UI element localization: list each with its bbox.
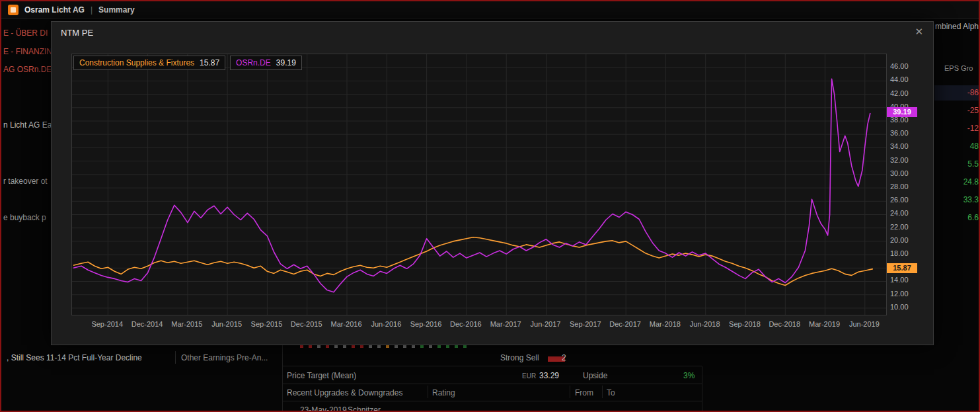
ntm-pe-dialog: NTM PE ✕ Construction Supplies & Fixture… (51, 21, 934, 345)
x-axis-label: Dec-2018 (762, 320, 807, 328)
column-divider (570, 386, 570, 398)
x-axis-label: Jun-2016 (363, 320, 408, 328)
y-axis-label: 36.00 (890, 129, 909, 137)
legend-series-value: 15.87 (200, 58, 219, 67)
x-axis-label: Dec-2016 (443, 320, 488, 328)
legend-item-osrn[interactable]: OSRn.DE 39.19 (230, 56, 302, 70)
last-value-badge: 39.19 (887, 107, 917, 117)
strong-sell-label: Strong Sell (500, 353, 539, 362)
x-axis-label: Sep-2016 (404, 320, 449, 328)
screen: { "titlebar": { "title": "Osram Licht AG… (0, 0, 980, 412)
legend-item-benchmark[interactable]: Construction Supplies & Fixtures 15.87 (73, 56, 225, 70)
news-headline[interactable]: r takeover ot (3, 177, 48, 186)
eps-growth-value: -25 (935, 106, 979, 115)
price-target-label: Price Target (Mean) (287, 371, 356, 380)
x-axis-label: Jun-2015 (204, 320, 249, 328)
link-other-earnings[interactable]: Other Earnings Pre-An... (181, 353, 268, 362)
x-axis-label: Dec-2014 (125, 320, 170, 328)
last-value-badge: 15.87 (887, 263, 917, 273)
x-axis-label: Sep-2018 (722, 320, 767, 328)
tab-combined-alpha[interactable]: mbined Alpha (935, 22, 980, 31)
y-axis-label: 22.00 (890, 223, 909, 231)
x-axis-label: Jun-2018 (683, 320, 728, 328)
title-separator: | (91, 5, 93, 15)
y-axis-label: 12.00 (890, 290, 909, 298)
column-divider (602, 386, 603, 398)
x-axis-label: Mar-2017 (483, 320, 528, 328)
y-axis-label: 32.00 (890, 156, 909, 164)
legend-series-value: 39.19 (276, 58, 296, 67)
y-axis-label: 20.00 (890, 236, 909, 244)
x-axis-label: Sep-2014 (85, 320, 130, 328)
chart-plot-area[interactable] (71, 54, 887, 315)
eps-growth-value: 24.8 (935, 177, 979, 186)
chart-legend: Construction Supplies & Fixtures 15.87 O… (73, 56, 302, 70)
news-headline[interactable]: AG OSRn.DE (3, 65, 52, 74)
upside-label: Upside (583, 371, 607, 380)
chart-region: Construction Supplies & Fixtures 15.87 O… (52, 22, 933, 345)
chart-canvas (72, 54, 886, 315)
x-axis-label: Mar-2018 (642, 320, 687, 328)
y-axis-label: 44.00 (890, 75, 909, 83)
page-title: Summary (98, 5, 135, 15)
x-axis-label: Mar-2015 (165, 320, 209, 328)
y-axis-label: 26.00 (890, 196, 909, 204)
eps-growth-value: -12 (935, 124, 979, 133)
y-axis-label: 46.00 (890, 62, 909, 70)
upside-value: 3% (683, 371, 695, 380)
y-axis-label: 18.00 (890, 249, 909, 257)
news-headline[interactable]: E - ÜBER DI (3, 28, 48, 38)
y-axis-label: 10.00 (890, 303, 909, 311)
upgrades-section-header: Recent Upgrades & Downgrades (287, 388, 402, 397)
price-target-value: 33.29 (539, 371, 559, 380)
strong-sell-count: 2 (562, 353, 566, 362)
window-title: Osram Licht AG (24, 5, 85, 15)
x-axis-label: Sep-2017 (563, 320, 608, 328)
eps-growth-value: 6.6 (935, 213, 979, 222)
column-header-from: From (575, 388, 593, 397)
row-divider (282, 401, 702, 401)
y-axis-label: 24.00 (890, 209, 909, 217)
column-header-rating: Rating (432, 388, 455, 397)
y-axis-label: 34.00 (890, 142, 909, 150)
x-axis-label: Jun-2019 (842, 320, 887, 328)
divider (175, 351, 176, 364)
x-axis-label: Dec-2017 (603, 320, 648, 328)
news-headline[interactable]: e buyback p (3, 213, 46, 222)
x-axis-label: Mar-2019 (802, 320, 847, 328)
x-axis-label: Dec-2015 (284, 320, 329, 328)
legend-series-name: Construction Supplies & Fixtures (79, 58, 194, 67)
eps-growth-column-header: EPS Gro (944, 64, 973, 72)
x-axis-label: Sep-2015 (244, 320, 289, 328)
y-axis-label: 42.00 (890, 89, 909, 97)
panel-divider (282, 345, 283, 412)
y-axis-label: 30.00 (890, 169, 909, 177)
eps-growth-value: 33.3 (935, 195, 979, 204)
x-axis-label: Jun-2017 (523, 320, 568, 328)
x-axis-label: Mar-2016 (324, 320, 369, 328)
news-headline[interactable]: , Still Sees 11-14 Pct Full-Year Decline (7, 353, 142, 362)
upgrade-row-date[interactable]: 23-May-2019 (300, 405, 347, 412)
eps-growth-value: -86 (935, 88, 979, 97)
news-headline[interactable]: E - FINANZIN (3, 47, 52, 56)
y-axis-label: 14.00 (890, 276, 909, 284)
title-bar: Osram Licht AG | Summary (1, 1, 979, 19)
news-headline[interactable]: n Licht AG Ea (3, 120, 52, 130)
eps-growth-value: 48 (935, 142, 979, 151)
panel-divider (702, 366, 702, 412)
y-axis-label: 28.00 (890, 183, 909, 190)
column-divider (428, 386, 428, 398)
legend-series-name: OSRn.DE (236, 58, 271, 67)
upgrade-row-broker[interactable]: Schnitzer (348, 405, 381, 412)
row-divider (282, 366, 702, 366)
currency-label: EUR (522, 372, 536, 380)
app-icon (8, 5, 19, 15)
column-header-to: To (607, 388, 615, 397)
row-divider (282, 384, 702, 384)
eps-growth-value: 5.5 (935, 159, 979, 169)
